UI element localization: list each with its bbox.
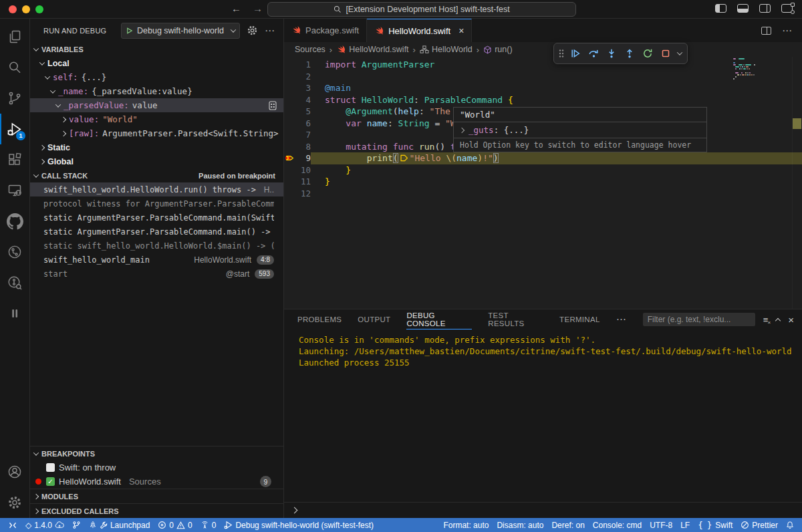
- breakpoint-row[interactable]: Swift: on throw: [30, 460, 283, 475]
- history-back-button[interactable]: ←: [231, 3, 241, 14]
- code-line[interactable]: 4struct HelloWorld: ParsableCommand {: [284, 94, 802, 106]
- statusbar-format-mode[interactable]: Format: auto: [439, 518, 493, 532]
- breadcrumb-item[interactable]: run(): [483, 45, 512, 54]
- statusbar-prettier[interactable]: Prettier: [737, 518, 782, 532]
- statusbar-problems[interactable]: 00: [154, 518, 196, 532]
- statusbar-console-mode[interactable]: Console: cmd: [589, 518, 646, 532]
- breakpoints-section-header[interactable]: BREAKPOINTS: [30, 446, 283, 460]
- panel-more-actions-icon[interactable]: ⋯: [616, 313, 627, 325]
- history-forward-button[interactable]: →: [253, 3, 263, 14]
- panel-tab-terminal[interactable]: TERMINAL: [559, 309, 600, 329]
- code-line[interactable]: 3@main: [284, 82, 802, 94]
- step-over-button[interactable]: [585, 45, 602, 61]
- console-line[interactable]: Launching: /Users/matthew_bastien/Docume…: [299, 346, 802, 357]
- activity-item-pause[interactable]: [0, 298, 29, 329]
- activity-item-settings[interactable]: [0, 487, 29, 518]
- editor-more-actions-icon[interactable]: ⋯: [782, 25, 793, 37]
- split-editor-icon[interactable]: [761, 27, 771, 35]
- activity-item-run-and-debug[interactable]: 1: [0, 114, 29, 144]
- tab-package-swift[interactable]: Package.swift: [284, 19, 367, 42]
- activity-item-source-control[interactable]: [0, 83, 29, 114]
- variable-row[interactable]: Global: [30, 154, 283, 168]
- variables-section-header[interactable]: VARIABLES: [30, 42, 283, 56]
- statusbar-encoding[interactable]: UTF-8: [646, 518, 676, 532]
- activity-item-github[interactable]: [0, 206, 29, 237]
- code-line[interactable]: 10 }: [284, 164, 802, 176]
- code-line[interactable]: 12: [284, 188, 802, 200]
- callstack-frame[interactable]: start@start593: [30, 267, 283, 281]
- hover-child-row[interactable]: _guts: {...}: [454, 122, 706, 138]
- toggle-primary-sidebar-icon[interactable]: [715, 4, 726, 13]
- step-into-button[interactable]: [604, 45, 620, 61]
- variable-row[interactable]: Static: [30, 140, 283, 154]
- modules-section-header[interactable]: MODULES: [30, 489, 283, 503]
- panel-tab-test-results[interactable]: TEST RESULTS: [488, 309, 543, 329]
- code-line[interactable]: 11}: [284, 176, 802, 188]
- code-line[interactable]: 2: [284, 71, 802, 83]
- variable-row[interactable]: value:"World": [30, 112, 283, 126]
- zoom-window-button[interactable]: [35, 5, 43, 13]
- console-line[interactable]: Console is in 'commands' mode, prefix ex…: [299, 334, 802, 346]
- minimap[interactable]: [733, 58, 791, 82]
- activity-item-accounts[interactable]: [0, 456, 29, 487]
- statusbar-eol[interactable]: LF: [676, 518, 694, 532]
- code-line[interactable]: 9 print("Hello \(name)!"): [284, 152, 802, 164]
- callstack-frame[interactable]: swift_hello_world_mainHelloWorld.swift4:…: [30, 253, 283, 267]
- debug-console-output[interactable]: Console is in 'commands' mode, prefix ex…: [284, 329, 802, 502]
- variable-row[interactable]: [raw]:ArgumentParser.Parsed<Swift.String…: [30, 126, 283, 140]
- paused-breakpoint-icon[interactable]: [284, 154, 296, 162]
- statusbar-notifications[interactable]: [782, 518, 798, 532]
- toggle-panel-icon[interactable]: [737, 4, 749, 13]
- stop-button[interactable]: [658, 45, 674, 61]
- panel-tab-debug-console[interactable]: DEBUG CONSOLE: [406, 309, 472, 329]
- breadcrumb-item[interactable]: HelloWorld: [420, 45, 473, 54]
- variable-row[interactable]: self:{...}: [30, 70, 283, 84]
- statusbar-language-mode[interactable]: { }Swift: [694, 518, 737, 532]
- activity-item-search[interactable]: [0, 52, 29, 83]
- continue-button[interactable]: [567, 45, 583, 61]
- activity-item-explorer[interactable]: [0, 21, 29, 52]
- callstack-frame[interactable]: static ArgumentParser.ParsableCommand.ma…: [30, 211, 283, 225]
- call-stack-section-header[interactable]: CALL STACK Paused on breakpoint: [30, 168, 283, 182]
- editor[interactable]: 1import ArgumentParser23@main4struct Hel…: [284, 57, 802, 309]
- activity-item-remote-explorer[interactable]: [0, 175, 29, 206]
- command-center-search[interactable]: [Extension Development Host] swift-test-…: [267, 2, 576, 17]
- console-filter-input[interactable]: [643, 313, 755, 326]
- launch-config-dropdown[interactable]: Debug swift-hello-world: [121, 23, 240, 39]
- customize-layout-icon[interactable]: [781, 4, 793, 13]
- panel-tab-output[interactable]: OUTPUT: [358, 309, 390, 329]
- variable-row[interactable]: Local: [30, 56, 283, 70]
- excluded-callers-section-header[interactable]: EXCLUDED CALLERS: [30, 503, 283, 518]
- close-window-button[interactable]: [9, 5, 17, 13]
- activity-item-commit-graph-search[interactable]: [0, 267, 29, 298]
- activity-item-extensions[interactable]: [0, 144, 29, 175]
- code-line[interactable]: 1import ArgumentParser: [284, 59, 802, 71]
- statusbar-deref-mode[interactable]: Deref: on: [547, 518, 588, 532]
- statusbar-remote-indicator[interactable]: [4, 518, 21, 532]
- statusbar-disasm-mode[interactable]: Disasm: auto: [493, 518, 547, 532]
- breakpoint-checkbox[interactable]: ✓: [46, 477, 55, 486]
- callstack-frame[interactable]: swift_hello_world.HelloWorld.run() throw…: [30, 182, 283, 196]
- breakpoint-checkbox[interactable]: [46, 463, 55, 472]
- statusbar-launchpad[interactable]: Launchpad: [85, 518, 154, 532]
- editor-scrollbar[interactable]: [792, 57, 802, 309]
- sidebar-more-actions-icon[interactable]: ⋯: [265, 25, 275, 37]
- debug-settings-gear-icon[interactable]: [247, 25, 258, 36]
- console-line[interactable]: Launched process 25155: [299, 357, 802, 368]
- statusbar-version-indicator[interactable]: ◇1.4.0: [21, 518, 68, 532]
- view-binary-icon[interactable]: [269, 101, 277, 110]
- maximize-panel-icon[interactable]: [776, 317, 780, 323]
- tab-helloworld-swift[interactable]: HelloWorld.swift×: [367, 19, 472, 42]
- close-tab-icon[interactable]: ×: [458, 25, 464, 36]
- activity-item-source-control-graph[interactable]: [0, 237, 29, 267]
- variable-row[interactable]: _parsedValue:value: [30, 98, 283, 112]
- breakpoint-row[interactable]: ✓HelloWorld.swiftSources9: [30, 475, 283, 489]
- statusbar-debug-session[interactable]: Debug swift-hello-world (swift-test-fest…: [220, 518, 378, 532]
- toggle-secondary-sidebar-icon[interactable]: [759, 4, 771, 13]
- breadcrumb-item[interactable]: HelloWorld.swift: [336, 45, 408, 55]
- debug-console-input[interactable]: [284, 502, 802, 518]
- minimize-window-button[interactable]: [22, 5, 30, 13]
- callstack-frame[interactable]: static swift_hello_world.HelloWorld.$mai…: [30, 239, 283, 253]
- debug-hover-tooltip[interactable]: "World" _guts: {...} Hold Option key to …: [453, 107, 707, 152]
- statusbar-ports[interactable]: 0: [196, 518, 221, 532]
